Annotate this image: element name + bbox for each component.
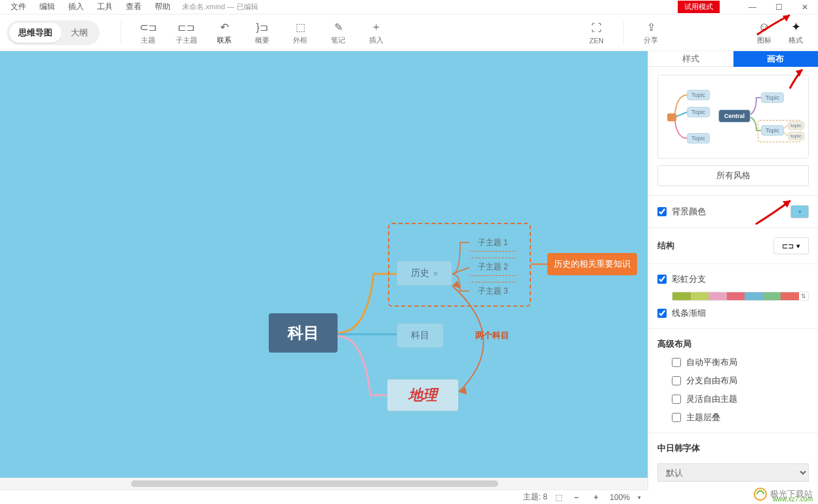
subtopic-node-2[interactable]: 子主题 2 — [469, 258, 516, 276]
zoom-dropdown-icon[interactable]: ▾ — [638, 494, 641, 501]
smiley-icon: ☺ — [758, 20, 770, 34]
topic-node-geography[interactable]: 地理 — [387, 379, 459, 412]
notes-indicator-icon[interactable]: ≡ — [433, 269, 437, 277]
toolbar-separator — [121, 21, 121, 45]
boundary-button[interactable]: ⬚外框 — [281, 20, 319, 45]
share-icon: ⇪ — [647, 20, 655, 34]
svg-point-5 — [754, 488, 766, 500]
zoom-out-button[interactable]: − — [570, 493, 582, 502]
subtopic-node-1[interactable]: 子主题 1 — [469, 233, 516, 252]
overlap-checkbox[interactable] — [672, 413, 681, 422]
window-minimize-button[interactable]: — — [739, 0, 766, 14]
summary-button[interactable]: }⊐概要 — [243, 20, 281, 45]
structure-selector[interactable]: ⊏⊐ ▾ — [773, 237, 809, 254]
view-outline-button[interactable]: 大纲 — [62, 23, 97, 43]
note-button[interactable]: ✎笔记 — [319, 20, 357, 45]
theme-preview[interactable]: Topic Topic Topic Central Topic Topic to… — [657, 75, 809, 159]
zoom-level[interactable]: 100% — [610, 493, 630, 502]
taper-label: 线条渐细 — [672, 307, 809, 319]
relationship-label[interactable]: 两个科目 — [475, 330, 509, 341]
window-close-button[interactable]: ✕ — [792, 0, 818, 14]
menu-tools[interactable]: 工具 — [90, 1, 119, 12]
topic-count: 主题: 8 — [523, 492, 547, 503]
topic-node-subject[interactable]: 科目 — [397, 323, 444, 348]
trial-mode-badge[interactable]: 试用模式 — [678, 1, 720, 13]
format-side-panel: 样式 画布 Topic Topic Topic Central T — [648, 51, 818, 490]
boundary-icon: ⬚ — [296, 20, 305, 34]
auto-balance-checkbox[interactable] — [672, 358, 681, 367]
menu-insert[interactable]: 插入 — [62, 1, 90, 12]
paintbrush-icon: ✦ — [791, 20, 801, 34]
map-overview-button[interactable]: ⬚ — [555, 493, 562, 502]
panel-tab-style[interactable]: 样式 — [648, 51, 733, 67]
watermark: 极光下载站 www.xz7.com — [753, 487, 813, 501]
bg-color-picker[interactable]: ▾ — [790, 205, 809, 218]
zoom-in-button[interactable]: + — [590, 493, 602, 502]
window-maximize-button[interactable]: ☐ — [766, 0, 792, 14]
horizontal-scrollbar[interactable] — [0, 478, 648, 490]
subtopic-node-3[interactable]: 子主题 3 — [469, 282, 516, 300]
share-button[interactable]: ⇪分享 — [632, 20, 670, 45]
central-topic-node[interactable]: 科目 — [269, 313, 338, 353]
document-filename: 未命名.xmind — 已编辑 — [182, 2, 258, 12]
menu-view[interactable]: 查看 — [119, 1, 148, 12]
all-styles-button[interactable]: 所有风格 — [657, 165, 809, 186]
rainbow-label: 彩虹分支 — [672, 273, 809, 285]
topic-icon: ⊂⊐ — [140, 20, 157, 34]
relation-button[interactable]: ↶联系 — [205, 20, 243, 45]
menu-edit[interactable]: 编辑 — [33, 1, 62, 12]
menu-file[interactable]: 文件 — [4, 1, 33, 12]
menu-help[interactable]: 帮助 — [148, 1, 177, 12]
note-icon: ✎ — [334, 20, 343, 34]
advanced-layout-heading: 高级布局 — [657, 338, 809, 350]
svg-marker-0 — [459, 387, 467, 395]
rainbow-color-bar[interactable]: ⇅ — [672, 292, 809, 301]
insert-button[interactable]: ＋插入 — [357, 20, 395, 45]
watermark-logo-icon — [753, 487, 768, 501]
bg-color-checkbox[interactable] — [657, 207, 667, 216]
view-mindmap-button[interactable]: 思维导图 — [9, 23, 62, 43]
view-mode-toggle: 思维导图 大纲 — [7, 20, 100, 45]
cjk-font-heading: 中日韩字体 — [657, 442, 809, 454]
rainbow-checkbox[interactable] — [657, 275, 667, 284]
status-bar: 主题: 8 ⬚ − + 100% ▾ — [0, 490, 648, 504]
insert-icon: ＋ — [371, 20, 381, 34]
free-branch-checkbox[interactable] — [672, 376, 681, 385]
zen-icon: ⛶ — [591, 21, 602, 35]
cjk-font-select[interactable]: 默认 — [657, 463, 809, 482]
scrollbar-thumb[interactable] — [131, 480, 498, 487]
topic-button[interactable]: ⊂⊐主题 — [129, 20, 167, 45]
menu-bar: 文件 编辑 插入 工具 查看 帮助 未命名.xmind — 已编辑 试用模式 —… — [0, 0, 818, 14]
main-toolbar: 思维导图 大纲 ⊂⊐主题 ⊏⊐子主题 ↶联系 }⊐概要 ⬚外框 ✎笔记 ＋插入 … — [0, 14, 818, 51]
callout-label[interactable]: 历史的相关重要知识 — [547, 253, 637, 275]
subtopic-icon: ⊏⊐ — [178, 20, 195, 34]
subtopic-button[interactable]: ⊏⊐子主题 — [167, 20, 205, 45]
toolbar-separator — [623, 21, 624, 45]
bg-color-label: 背景颜色 — [672, 206, 790, 218]
topic-node-history[interactable]: 历史 ≡ — [397, 261, 452, 286]
mindmap-canvas[interactable]: 科目 历史 ≡ 科目 地理 子主题 1 子主题 2 子主题 3 历史的相关重要知… — [0, 51, 648, 478]
summary-icon: }⊐ — [256, 20, 268, 34]
canvas-area[interactable]: 科目 历史 ≡ 科目 地理 子主题 1 子主题 2 子主题 3 历史的相关重要知… — [0, 51, 648, 490]
icon-panel-button[interactable]: ☺图标 — [749, 20, 780, 45]
structure-label: 结构 — [657, 240, 773, 252]
panel-tab-canvas[interactable]: 画布 — [733, 51, 819, 67]
zen-button[interactable]: ⛶ZEN — [577, 21, 615, 45]
relation-icon: ↶ — [220, 20, 229, 34]
topic-label: 历史 — [411, 267, 429, 279]
free-topic-checkbox[interactable] — [672, 395, 681, 404]
taper-checkbox[interactable] — [657, 309, 667, 318]
format-panel-button[interactable]: ✦格式 — [780, 20, 811, 45]
